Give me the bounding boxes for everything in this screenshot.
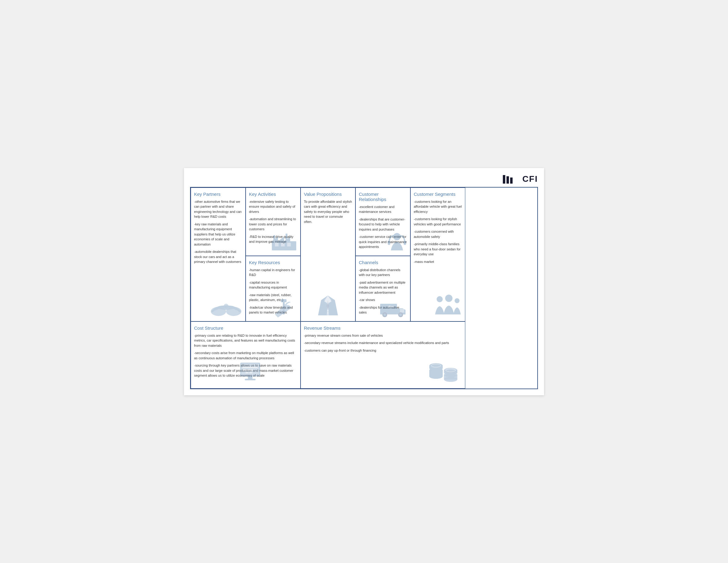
- cs-item-1: -customers looking for an affordable veh…: [414, 199, 462, 215]
- svg-point-24: [445, 294, 452, 302]
- rev-item-3: -customers can pay up-front or through f…: [304, 348, 462, 353]
- svg-rect-28: [380, 304, 397, 314]
- value-propositions-cell: Value Propositions To provide affordable…: [301, 188, 355, 321]
- svg-rect-42: [250, 372, 253, 373]
- svg-point-19: [327, 312, 329, 313]
- key-partners-cell: Key Partners -other automotive firms tha…: [191, 188, 246, 321]
- channels-title: Channels: [359, 260, 407, 265]
- svg-marker-9: [278, 237, 284, 241]
- cost-structure-title: Cost Structure: [194, 325, 297, 330]
- cr-item-2: -dealerships that are customer-focused t…: [359, 217, 407, 232]
- svg-rect-38: [243, 369, 253, 371]
- kr-item-1: -human capital in engineers for R&D: [249, 268, 297, 278]
- cs-item-5: -mass market: [414, 259, 462, 265]
- key-partners-item-1: -other automotive firms that we can part…: [194, 199, 242, 219]
- cost-item-1: -primary costs are relating to R&D to in…: [194, 333, 297, 348]
- truck-icon: [379, 298, 408, 319]
- headset-icon: [385, 232, 408, 253]
- value-propositions-text: To provide affordable and stylish cars w…: [304, 199, 352, 225]
- value-propositions-title: Value Propositions: [304, 192, 352, 197]
- logo: CFI: [503, 174, 538, 184]
- svg-rect-37: [243, 366, 258, 368]
- svg-point-23: [437, 296, 443, 302]
- cs-item-4: -primarily middle-class families who nee…: [414, 242, 462, 257]
- cs-item-2: -customers looking for stylish vehicles …: [414, 217, 462, 227]
- cr-item-1: -excellent customer and maintenance serv…: [359, 204, 407, 215]
- ch-item-1: -global distribution channels with our k…: [359, 268, 407, 278]
- svg-rect-1: [506, 176, 509, 184]
- cs-item-3: -customers concerned with automobile saf…: [414, 229, 462, 239]
- customer-segments-cell: Customer Segments -customers looking for…: [410, 188, 465, 321]
- revenue-streams-content: -primary revenue stream comes from sale …: [304, 333, 462, 353]
- svg-rect-22: [404, 241, 406, 245]
- calculator-icon: [239, 361, 262, 385]
- svg-rect-13: [287, 243, 291, 247]
- customer-segments-content: -customers looking for an affordable veh…: [414, 199, 462, 265]
- customer-segments-title: Customer Segments: [414, 192, 462, 197]
- key-partners-title: Key Partners: [194, 192, 242, 197]
- business-model-canvas: CFI Key Partners -other automotive firms…: [184, 168, 544, 395]
- key-activities-cell: Key Activities -extensive safety testing…: [246, 188, 301, 256]
- svg-point-20: [393, 233, 401, 240]
- key-activities-item-1: -extensive safety testing to ensure repu…: [249, 199, 297, 215]
- svg-point-25: [455, 298, 460, 303]
- cost-structure-cell: Cost Structure -primary costs are relati…: [191, 321, 301, 388]
- svg-rect-12: [281, 243, 285, 247]
- kr-item-2: -capital resources in manufacturing equi…: [249, 280, 297, 290]
- key-resources-title: Key Resources: [249, 260, 297, 265]
- key-activities-item-2: -automation and streamlining to lower co…: [249, 217, 297, 232]
- handshake-icon: [209, 294, 243, 319]
- svg-rect-21: [388, 241, 390, 245]
- svg-rect-14: [273, 235, 275, 241]
- value-propositions-content: To provide affordable and stylish cars w…: [304, 199, 352, 225]
- logo-area: CFI: [190, 174, 538, 184]
- svg-rect-11: [275, 243, 279, 247]
- svg-rect-29: [400, 309, 404, 312]
- ch-item-2: -paid advertisement on multiple media ch…: [359, 280, 407, 295]
- rev-item-2: -secondary revenue streams include maint…: [304, 340, 462, 345]
- key-partners-item-3: -automobile dealerships that stock our c…: [194, 249, 242, 265]
- revenue-streams-cell: Revenue Streams -primary revenue stream …: [301, 321, 465, 388]
- family-icon: [432, 294, 463, 319]
- revenue-streams-title: Revenue Streams: [304, 325, 462, 330]
- svg-rect-2: [510, 178, 513, 184]
- coins-icon: [427, 359, 459, 385]
- key-partners-content: -other automotive firms that we can part…: [194, 199, 242, 265]
- customer-relationships-cell: Customer Relationships -excellent custom…: [355, 188, 410, 256]
- customer-relationships-title: Customer Relationships: [359, 192, 407, 202]
- svg-rect-41: [246, 372, 249, 373]
- svg-point-18: [327, 310, 329, 311]
- tools-icon: [272, 298, 298, 319]
- svg-point-31: [384, 313, 386, 316]
- factory-icon: [270, 232, 298, 253]
- cost-item-2: -secondary costs arise from marketing on…: [194, 350, 297, 360]
- svg-rect-40: [245, 379, 256, 380]
- svg-point-6: [225, 305, 228, 308]
- svg-point-33: [399, 313, 402, 316]
- suit-icon: [315, 294, 341, 318]
- svg-rect-0: [503, 175, 505, 184]
- bmc-grid: Key Partners -other automotive firms tha…: [190, 187, 538, 389]
- svg-rect-15: [286, 234, 287, 241]
- rev-item-1: -primary revenue stream comes from sale …: [304, 333, 462, 338]
- channels-cell: Channels -global distribution channels w…: [355, 256, 410, 321]
- key-partners-item-2: -key raw materials and manufacturing equ…: [194, 222, 242, 247]
- key-activities-title: Key Activities: [249, 192, 297, 197]
- key-resources-cell: Key Resources -human capital in engineer…: [246, 256, 301, 321]
